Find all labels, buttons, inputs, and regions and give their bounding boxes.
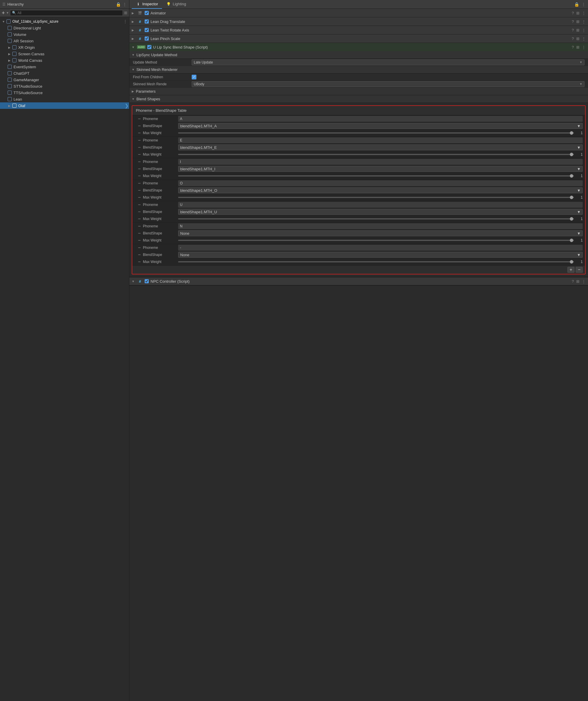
blend-dropdown-arrow-n: ▼ <box>577 231 581 236</box>
npc-help-btn[interactable]: ? <box>572 279 574 284</box>
lean-drag-checkbox[interactable] <box>144 19 149 23</box>
blendshape-dropdown-dash[interactable]: None ▼ <box>178 252 583 258</box>
search-options-icon[interactable]: ⊞ <box>124 11 127 15</box>
slider-track-n[interactable] <box>178 240 574 241</box>
slider-track-a[interactable] <box>178 133 574 134</box>
npc-header[interactable]: ▼ # NPC Controller (Script) ? ⊞ ⋮ <box>129 277 588 285</box>
cube-icon-olaf-root <box>6 19 11 24</box>
slider-track-u[interactable] <box>178 218 574 219</box>
tree-item-stt[interactable]: STTAudioSource <box>0 83 129 89</box>
npc-more-btn[interactable]: ⋮ <box>582 279 586 284</box>
slider-track-o[interactable] <box>178 197 574 198</box>
tree-item-lean[interactable]: Lean <box>0 96 129 102</box>
lean-twist-help-btn[interactable]: ? <box>572 28 574 32</box>
tree-item-eventsystem[interactable]: EventSystem <box>0 63 129 70</box>
slider-track-i[interactable] <box>178 175 574 177</box>
tree-item-xr-origin[interactable]: ▶ XR Origin <box>0 44 129 51</box>
lean-pinch-help-btn[interactable]: ? <box>572 36 574 41</box>
remove-entry-button[interactable]: − <box>576 267 583 273</box>
phoneme-table-title: Phoneme - BlendShape Table <box>132 106 585 115</box>
lean-pinch-checkbox[interactable] <box>144 36 149 41</box>
find-children-checkbox[interactable]: ✓ <box>192 75 197 79</box>
hierarchy-more-icon[interactable]: ⋮ <box>122 2 127 6</box>
lean-drag-more-btn[interactable]: ⋮ <box>582 19 586 24</box>
animator-header[interactable]: ▶ 🎬 Animator ? ⊞ ⋮ <box>129 9 588 17</box>
lean-twist-checkbox[interactable] <box>144 28 149 32</box>
animator-expand-icon: ▶ <box>132 11 135 15</box>
hierarchy-lock-icon[interactable]: 🔒 <box>116 2 121 6</box>
slider-value-dash: 1 <box>576 260 583 264</box>
hierarchy-panel: ☰ Hierarchy 🔒 ⋮ + ▼ 🔍 ⊞ ▼ Olaf_11labs_uL… <box>0 0 129 701</box>
lean-pinch-settings-btn[interactable]: ⊞ <box>576 36 579 41</box>
npc-name: NPC Controller (Script) <box>151 279 570 284</box>
tree-item-directional-light[interactable]: Directional Light <box>0 25 129 31</box>
ulipsync-checkbox[interactable] <box>147 45 152 49</box>
lean-twist-header[interactable]: ▶ # Lean Twist Rotate Axis ? ⊞ ⋮ <box>129 26 588 34</box>
lean-drag-settings-btn[interactable]: ⊞ <box>576 19 579 24</box>
ulipsync-more-btn[interactable]: ⋮ <box>582 45 586 49</box>
ulipsync-settings-btn[interactable]: ⊞ <box>576 45 579 49</box>
search-input[interactable] <box>17 11 121 15</box>
animator-settings-btn[interactable]: ⊞ <box>576 11 579 15</box>
tree-item-volume[interactable]: Volume <box>0 31 129 38</box>
tree-item-olaf-root[interactable]: ▼ Olaf_11labs_uLipSync_azure ⋮ <box>0 18 129 25</box>
expand-world: ▶ <box>7 58 12 63</box>
separator-dash <box>138 247 140 248</box>
tab-lighting[interactable]: 💡 Lighting <box>162 0 190 9</box>
blendshape-dropdown-o[interactable]: blendShape1.MTH_O ▼ <box>178 187 583 193</box>
blendshape-row-o: BlendShape blendShape1.MTH_O ▼ <box>132 187 585 194</box>
blendshape-label-e: BlendShape <box>143 145 178 150</box>
dropdown-arrow[interactable]: ▼ <box>6 11 9 14</box>
blendshape-dropdown-a[interactable]: blendShape1.MTH_A ▼ <box>178 123 583 129</box>
npc-controller-component: ▼ # NPC Controller (Script) ? ⊞ ⋮ <box>129 277 588 286</box>
phoneme-table: Phoneme - BlendShape Table Phoneme A Ble… <box>132 105 586 274</box>
inspector-lock-icon[interactable]: 🔒 <box>574 2 579 6</box>
skinned-section[interactable]: ▼ Skinned Mesh Renderer <box>129 66 588 73</box>
tree-more-icon[interactable]: ⋮ <box>123 19 127 24</box>
tree-item-chatgpt[interactable]: ChatGPT <box>0 70 129 76</box>
animator-more-btn[interactable]: ⋮ <box>582 11 586 15</box>
npc-checkbox[interactable] <box>144 279 149 283</box>
parameters-section[interactable]: ▶ Parameters <box>129 88 588 95</box>
animator-help-btn[interactable]: ? <box>572 11 574 15</box>
tree-item-olaf[interactable]: ▶ Olaf ❯ <box>0 102 129 109</box>
animator-actions: ? ⊞ ⋮ <box>572 11 586 15</box>
animator-checkbox[interactable] <box>144 11 149 15</box>
add-entry-button[interactable]: + <box>567 267 574 273</box>
lean-twist-settings-btn[interactable]: ⊞ <box>576 28 579 32</box>
blendshape-dropdown-i[interactable]: blendShape1.MTH_I ▼ <box>178 166 583 172</box>
blendshape-dropdown-e[interactable]: blendShape1.MTH_E ▼ <box>178 145 583 150</box>
tree-item-ar-session[interactable]: AR Session <box>0 38 129 44</box>
blendshape-dropdown-n[interactable]: None ▼ <box>178 230 583 236</box>
update-method-dropdown[interactable]: Late Update ▼ <box>192 59 584 65</box>
tree-item-screen-canvas[interactable]: ▶ Screen Canvas <box>0 51 129 57</box>
tab-inspector[interactable]: ℹ Inspector <box>132 0 162 9</box>
slider-track-dash[interactable] <box>178 261 574 262</box>
tree-item-world-canvas[interactable]: ▶ World Canvas <box>0 57 129 63</box>
ulipsync-header[interactable]: ▼ AUIO U Lip Sync Blend Shape (Script) ?… <box>129 43 588 51</box>
blendshape-label-u: BlendShape <box>143 210 178 214</box>
lean-pinch-header[interactable]: ▶ # Lean Pinch Scale ? ⊞ ⋮ <box>129 34 588 43</box>
lean-pinch-more-btn[interactable]: ⋮ <box>582 36 586 41</box>
lean-twist-more-btn[interactable]: ⋮ <box>582 28 586 32</box>
search-box[interactable]: 🔍 <box>10 10 123 16</box>
phoneme-row-n: Phoneme N <box>132 223 585 230</box>
skinned-renderer-dropdown[interactable]: UBody ▼ <box>192 81 584 87</box>
blend-shapes-section[interactable]: ▼ Blend Shapes <box>129 95 588 103</box>
lean-drag-help-btn[interactable]: ? <box>572 19 574 24</box>
ulipsync-help-btn[interactable]: ? <box>572 45 574 49</box>
update-method-section[interactable]: ▼ LipSync Update Method <box>129 51 588 59</box>
blendshape-dropdown-u[interactable]: blendShape1.MTH_U ▼ <box>178 209 583 215</box>
phoneme-label-a: Phoneme <box>143 117 178 121</box>
inspector-more-icon[interactable]: ⋮ <box>582 2 586 6</box>
lean-drag-header[interactable]: ▶ # Lean Drag Translate ? ⊞ ⋮ <box>129 17 588 26</box>
slider-fill-o <box>178 197 574 198</box>
slider-fill-dash <box>178 261 574 262</box>
slider-thumb-n <box>570 239 573 242</box>
tree-item-tts[interactable]: TTSAudioSource <box>0 89 129 96</box>
npc-settings-btn[interactable]: ⊞ <box>576 279 579 284</box>
add-button[interactable]: + <box>2 10 5 16</box>
slider-track-e[interactable] <box>178 154 574 155</box>
phoneme-entry-dash: Phoneme - BlendShape None ▼ Max Weight <box>132 244 585 266</box>
tree-item-gamemanager[interactable]: GameManager <box>0 76 129 83</box>
